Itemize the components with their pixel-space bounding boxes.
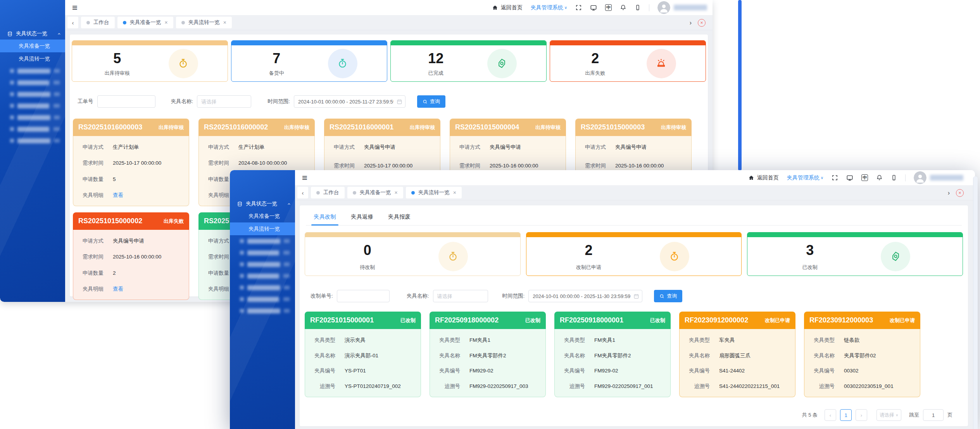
tabs-scroll-right-icon[interactable]: › [948, 190, 950, 196]
sidebar-item-redacted[interactable] [230, 235, 295, 247]
monitor-icon[interactable] [590, 4, 597, 11]
tab-fixture-repair[interactable]: 夹具返修 [350, 211, 374, 225]
fixture-name-input[interactable] [197, 95, 251, 108]
fixture-card[interactable]: RF20250918000002已改制 夹具类型FM夹具1 夹具名称FM夹具零部… [430, 312, 546, 397]
fixture-card[interactable]: RF20250918000001已改制 夹具类型FM夹具1 夹具名称FM夹具零部… [554, 312, 671, 397]
request-id: RS20251016000001 [330, 123, 393, 131]
tab-fixture-scrap[interactable]: 夹具报废 [387, 211, 411, 225]
tab-workbench[interactable]: 工作台 [311, 187, 345, 198]
tab-dot [181, 21, 185, 24]
sidebar-item-redacted[interactable] [230, 270, 295, 282]
page-scrollbar[interactable] [973, 176, 978, 429]
fixture-card[interactable]: RF20251015000001已改制 夹具类型演示夹具 夹具名称演示夹具部-0… [305, 312, 421, 397]
top-bar: ≡ 返回首页 夹具管理系统 ∨ 中 [295, 170, 975, 185]
sidebar-item-redacted[interactable] [230, 258, 295, 270]
search-button[interactable]: 查询 [654, 290, 682, 302]
tab-fixture-prepare[interactable]: 夹具准备一览 × [347, 187, 403, 198]
stat-value: 5 [72, 50, 162, 67]
date-range-input[interactable] [294, 95, 405, 108]
close-icon[interactable]: × [395, 190, 398, 195]
fixture-card[interactable]: RF20230912000002改制已申请 夹具类型车夹具 夹具名称扇形圆弧三爪… [679, 312, 795, 397]
date-range-picker[interactable] [528, 290, 642, 302]
search-button[interactable]: 查询 [417, 95, 445, 108]
view-link[interactable]: 查看 [113, 285, 123, 293]
tabs-scroll-right-icon[interactable]: › [690, 19, 692, 26]
stopwatch-icon [169, 49, 198, 78]
home-link[interactable]: 返回首页 [492, 4, 523, 11]
request-card[interactable]: RS20251015000002出库失败 申请方式夹具编号申请 需求时间2025… [73, 212, 189, 300]
request-id: RS20251015000002 [78, 217, 142, 225]
page-size-select[interactable]: 请选择 ∨ [876, 409, 901, 421]
chevron-up-icon [57, 32, 61, 36]
stats-row: 5 出库待审核 7 备货中 [70, 40, 708, 82]
tab-fixture-prepare[interactable]: 夹具准备一览 × [117, 17, 173, 28]
sidebar-item-redacted[interactable] [0, 123, 65, 135]
tab-fixture-rework[interactable]: 夹具改制 [313, 211, 337, 225]
hamburger-menu-icon[interactable]: ≡ [72, 3, 78, 12]
sidebar-group-fixture-status[interactable]: 夹具状态一览 [0, 28, 65, 40]
back-window-scrollbar[interactable] [738, 0, 742, 171]
language-icon[interactable]: 中 [861, 174, 868, 181]
database-icon [7, 31, 13, 37]
sidebar-item-redacted[interactable] [0, 65, 65, 77]
sidebar-item-redacted[interactable] [0, 135, 65, 146]
fullscreen-icon[interactable] [575, 4, 582, 11]
tab-fixture-flow[interactable]: 夹具流转一览 × [176, 17, 232, 28]
page-content: 夹具改制 夹具返修 夹具报废 0 待改制 [295, 200, 975, 429]
mobile-icon[interactable] [635, 4, 641, 11]
close-all-tabs-icon[interactable]: × [698, 19, 706, 27]
tab-workbench[interactable]: 工作台 [81, 17, 115, 28]
sidebar-item-redacted[interactable] [0, 100, 65, 112]
bell-icon[interactable] [620, 4, 626, 11]
tab-fixture-flow[interactable]: 夹具流转一览 × [406, 187, 462, 198]
stat-card-rework-requested: 2 改制已申请 [526, 232, 742, 276]
fixture-flow-window: 夹具状态一览 夹具准备一览 夹具流转一览 ≡ 返回首页 [230, 170, 975, 429]
sidebar-item-redacted[interactable] [0, 112, 65, 123]
sidebar-item-redacted[interactable] [0, 77, 65, 88]
sidebar-item-redacted[interactable] [230, 247, 295, 258]
sidebar-item-fixture-flow[interactable]: 夹具流转一览 [0, 52, 65, 65]
username-redacted [930, 175, 963, 181]
fullscreen-icon[interactable] [832, 174, 838, 181]
fixture-name-input[interactable] [433, 290, 488, 302]
close-icon[interactable]: × [453, 190, 456, 195]
monitor-icon[interactable] [846, 174, 853, 181]
next-page-button[interactable]: › [856, 409, 867, 421]
home-link[interactable]: 返回首页 [748, 174, 779, 181]
request-card[interactable]: RS20251016000003出库待审核 申请方式生产计划单 需求时间2025… [73, 119, 189, 206]
sidebar-item-redacted[interactable] [230, 305, 295, 317]
mobile-icon[interactable] [891, 174, 897, 181]
sidebar-item-fixture-prepare[interactable]: 夹具准备一览 [230, 210, 295, 222]
view-link[interactable]: 查看 [113, 191, 123, 199]
sidebar-item-fixture-flow[interactable]: 夹具流转一览 [230, 222, 295, 235]
prev-page-button[interactable]: ‹ [825, 409, 836, 421]
sidebar-item-redacted[interactable] [230, 282, 295, 293]
rework-order-input[interactable] [337, 290, 390, 302]
rework-order-label: 改制单号: [311, 293, 333, 300]
tab-bar: ‹ 工作台 夹具准备一览 × 夹具流转一览 × › × [295, 185, 975, 200]
hamburger-menu-icon[interactable]: ≡ [302, 173, 307, 183]
page-number-button[interactable]: 1 [840, 409, 852, 421]
tabs-scroll-left-icon[interactable]: ‹ [297, 187, 308, 198]
sidebar-item-redacted[interactable] [230, 293, 295, 305]
bell-icon[interactable] [876, 174, 883, 181]
close-all-tabs-icon[interactable]: × [956, 189, 964, 197]
sidebar-item-fixture-prepare[interactable]: 夹具准备一览 [0, 40, 65, 52]
date-range-picker[interactable] [294, 95, 405, 108]
system-switcher[interactable]: 夹具管理系统 ∨ [531, 4, 567, 11]
sidebar-group-fixture-status[interactable]: 夹具状态一览 [230, 198, 295, 210]
fixture-card[interactable]: RF20230912000003改制已申请 夹具类型链条款 夹具名称夹具零部件0… [804, 312, 920, 397]
date-range-input[interactable] [528, 290, 642, 302]
status-badge: 改制已申请 [890, 317, 915, 324]
jump-page-input[interactable] [923, 409, 944, 421]
system-switcher[interactable]: 夹具管理系统 ∨ [787, 174, 823, 181]
work-order-label: 工单号 [78, 98, 93, 105]
close-icon[interactable]: × [223, 20, 226, 25]
work-order-input[interactable] [97, 95, 155, 108]
language-icon[interactable]: 中 [605, 4, 612, 11]
user-menu[interactable] [914, 171, 963, 184]
sidebar-item-redacted[interactable] [0, 88, 65, 100]
tabs-scroll-left-icon[interactable]: ‹ [67, 17, 78, 28]
user-menu[interactable] [657, 1, 707, 14]
close-icon[interactable]: × [165, 20, 168, 25]
